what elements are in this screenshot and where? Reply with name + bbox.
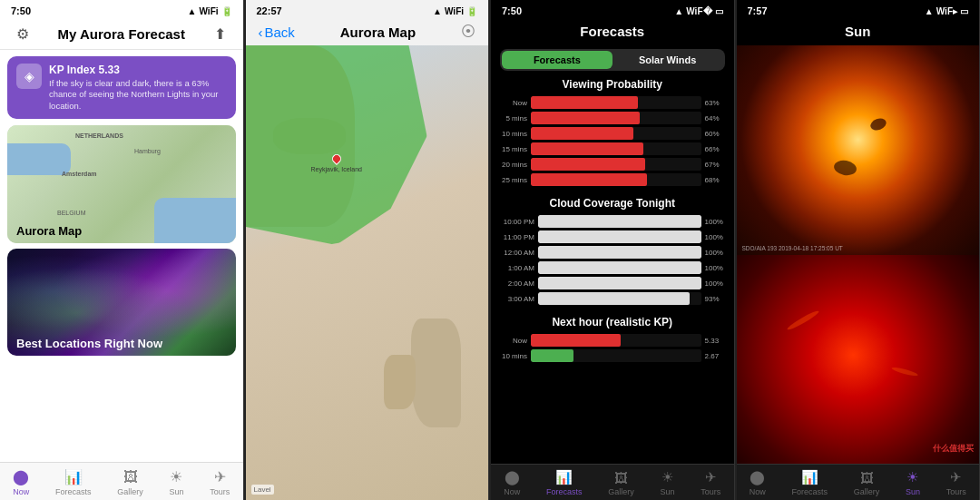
tab-forecasts-label-1: Forecasts [55,487,92,496]
bar-fill-15min [531,142,643,155]
signal-icon-4: ▲ [925,6,934,16]
sun-red-corona [737,255,980,465]
map-country-label-be: BELGIUM [57,210,86,216]
tab4-gallery-label: Gallery [854,487,880,496]
tab3-tours[interactable]: ✈ Tours [701,469,720,496]
map-settings-icon[interactable]: ⦿ [461,24,475,40]
tab4-sun[interactable]: ☀ Sun [906,469,920,496]
status-bar-3: 7:50 ▲ WiF� ▭ [491,0,734,20]
status-icons-4: ▲ WiF▸ ▭ [925,6,968,16]
tab3-forecasts[interactable]: 📊 Forecasts [546,469,583,496]
segment-forecasts[interactable]: Forecasts [502,51,612,69]
tab4-now-icon: ⬤ [750,469,765,485]
tab4-now[interactable]: ⬤ Now [750,469,766,496]
section-title-kp: Next hour (realistic KP) [498,316,727,328]
bar-track-5min [531,112,701,124]
bar-label-5min: 5 mins [498,114,527,123]
phone-aurora-map: 22:57 ▲ WiFi 🔋 ‹ Back Aurora Map ⦿ [246,0,490,500]
bar-label-25min: 25 mins [498,176,527,184]
tab4-tours[interactable]: ✈ Tours [946,469,966,496]
cloud-pct-11pm: 100% [705,233,727,241]
cloud-row-3am: 3:00 AM 93% [498,292,727,305]
bar-row-5min: 5 mins 64% [498,112,727,124]
status-icons-2: ▲ WiFi 🔋 [433,6,477,16]
tab4-tours-icon: ✈ [950,469,962,485]
kp-row-10min: 10 mins 2.67 [498,349,727,362]
tab-now-1[interactable]: ⬤ Now [13,468,29,496]
battery-icon-4: ▭ [960,6,968,16]
cloud-fill-12am [538,246,701,259]
cloud-row-1am: 1:00 AM 100% [498,261,727,274]
tab-sun-label-1: Sun [169,487,183,496]
bar-fill-25min [531,173,647,186]
bar-row-now: Now 63% [498,96,727,109]
cloud-fill-10pm [538,215,701,228]
tab-gallery-label-1: Gallery [117,487,143,496]
tab-forecasts-1[interactable]: 📊 Forecasts [55,468,92,496]
cloud-row-12am: 12:00 AM 100% [498,246,727,259]
battery-icon: 🔋 [221,6,232,16]
kp-chart: Now 5.33 10 mins 2.67 [498,334,727,362]
tab3-gallery[interactable]: 🖼 Gallery [608,470,634,496]
cloud-track-10pm [538,215,701,228]
tab3-now[interactable]: ⬤ Now [504,469,520,496]
tab-gallery-1[interactable]: 🖼 Gallery [117,469,143,496]
phone3-header: Forecasts [491,20,734,45]
tab3-sun[interactable]: ☀ Sun [660,469,674,496]
status-time-2: 22:57 [257,5,282,16]
watermark: 什么值得买 [933,443,974,455]
phone-forecasts: 7:50 ▲ WiF� ▭ Forecasts Forecasts Solar … [491,0,735,500]
kp-card: ◈ KP Index 5.33 If the sky is clear and … [7,56,236,119]
segment-solar-winds[interactable]: Solar Winds [612,51,723,69]
phone-sun: 7:57 ▲ WiF▸ ▭ Sun SDO/AIA 193 2019-04-18… [737,0,981,500]
cloud-track-12am [538,246,701,259]
tab-gallery-icon-1: 🖼 [123,469,138,485]
segment-control: Forecasts Solar Winds [500,49,725,71]
signal-icon-2: ▲ [433,6,442,16]
bar-label-20min: 20 mins [498,161,527,169]
bar-track-now [531,96,701,109]
bar-pct-5min: 64% [705,114,727,123]
tab4-sun-icon: ☀ [906,469,918,485]
cloud-fill-1am [538,261,701,274]
map-water-south [154,198,236,243]
share-icon[interactable]: ⬆ [211,24,230,44]
reykjavik-marker: Reykjavik, Iceland [311,154,362,172]
status-icons-3: ▲ WiF� ▭ [674,6,722,16]
tab3-sun-icon: ☀ [662,469,673,485]
bar-pct-20min: 67% [705,161,727,169]
cloud-fill-3am [538,292,690,305]
phone4-header: Sun [737,20,980,45]
forecast-scroll-area[interactable]: Viewing Probability Now 63% 5 mins 64% 1… [491,78,734,464]
tab4-forecasts[interactable]: 📊 Forecasts [792,469,828,496]
phone2-header: ‹ Back Aurora Map ⦿ [246,20,489,45]
cloud-coverage-chart: 10:00 PM 100% 11:00 PM 100% 12:00 AM 100… [498,215,727,305]
tab-sun-1[interactable]: ☀ Sun [169,468,183,496]
cloud-row-11pm: 11:00 PM 100% [498,230,727,243]
ireland-land [384,355,416,409]
bar-pct-10min: 60% [705,130,727,138]
settings-gear-icon[interactable]: ⚙ [13,24,33,44]
tab3-sun-label: Sun [660,487,674,496]
status-time-1: 7:50 [11,5,31,16]
signal-icon: ▲ [188,6,197,16]
kp-fill-10min [531,349,573,362]
status-time-4: 7:57 [748,5,768,16]
aurora-map-card[interactable]: NETHERLANDS Amsterdam BELGIUM Hamburg Au… [7,125,236,243]
kp-track-10min [531,349,701,362]
bar-fill-5min [531,112,640,124]
tab-bar-4: ⬤ Now 📊 Forecasts 🖼 Gallery ☀ Sun ✈ Tour… [737,464,980,500]
back-button[interactable]: ‹ Back [259,25,295,40]
cloud-track-2am [538,277,701,289]
status-bar-1: 7:50 ▲ WiFi 🔋 [0,0,243,20]
section-title-prob: Viewing Probability [498,78,727,91]
cloud-fill-11pm [538,230,701,243]
tab3-forecasts-label: Forecasts [546,487,583,496]
cloud-label-3am: 3:00 AM [498,295,534,303]
bar-pct-25min: 68% [705,176,727,184]
bar-pct-now: 63% [705,99,727,107]
tab4-gallery[interactable]: 🖼 Gallery [854,470,880,496]
tab4-gallery-icon: 🖼 [860,470,874,485]
aurora-map-view[interactable]: Reykjavik, Iceland Lavel [246,45,489,500]
tab-tours-1[interactable]: ✈ Tours [210,468,230,496]
